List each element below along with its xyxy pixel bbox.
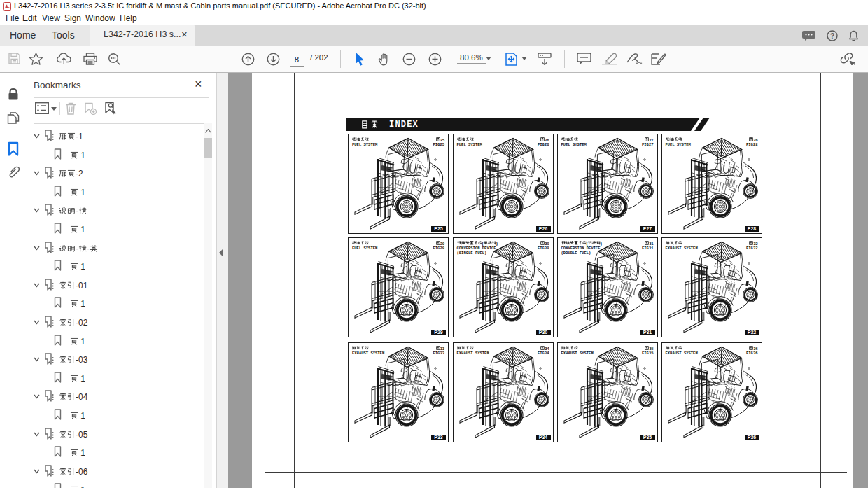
svg-text:?: ?	[830, 32, 834, 40]
